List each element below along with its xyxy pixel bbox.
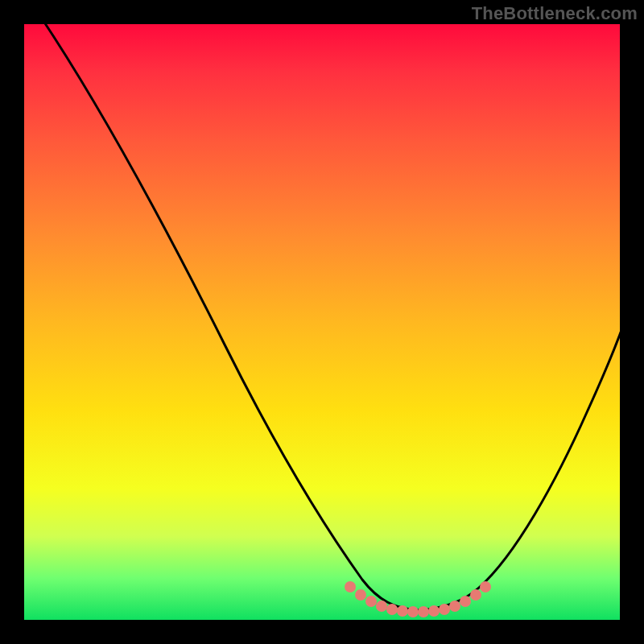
- curve-right-arm: [419, 324, 624, 610]
- watermark-text: TheBottleneck.com: [472, 3, 638, 24]
- bottleneck-curve: [24, 24, 620, 620]
- chart-frame: TheBottleneck.com: [0, 0, 644, 644]
- curve-left-arm: [40, 16, 419, 610]
- plot-area: [24, 24, 620, 620]
